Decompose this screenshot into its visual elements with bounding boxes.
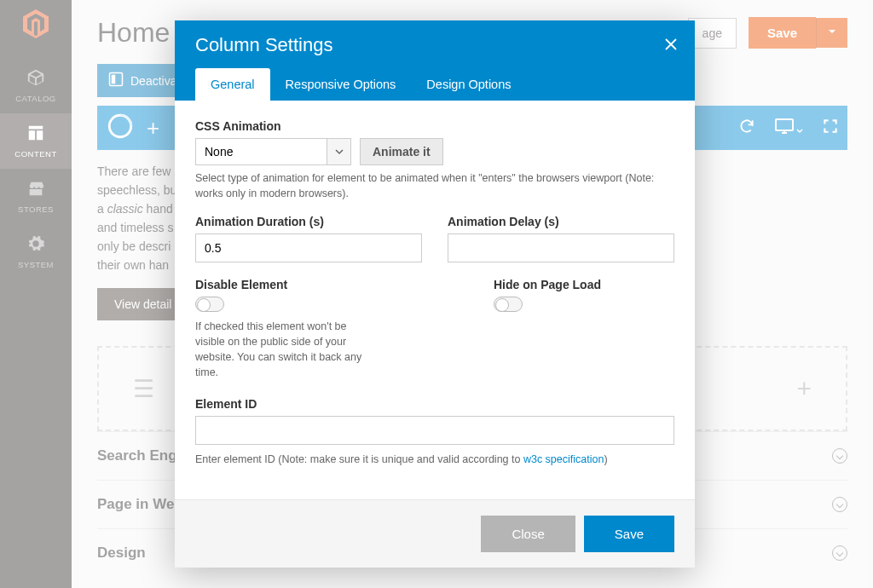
animation-delay-label: Animation Delay (s) <box>448 215 674 228</box>
element-id-input[interactable] <box>195 416 674 445</box>
disable-element-label: Disable Element <box>195 278 376 291</box>
animation-duration-input[interactable] <box>195 233 422 262</box>
modal-close-button[interactable]: Close <box>481 516 575 552</box>
chevron-down-icon[interactable] <box>327 138 351 165</box>
element-id-help: Enter element ID (Note: make sure it is … <box>195 452 674 467</box>
modal-save-button[interactable]: Save <box>584 516 674 552</box>
disable-element-help: If checked this element won't be visible… <box>195 319 376 380</box>
css-animation-help: Select type of animation for element to … <box>195 170 674 201</box>
animate-it-button[interactable]: Animate it <box>360 138 443 165</box>
css-animation-label: CSS Animation <box>195 119 674 133</box>
css-animation-select[interactable]: None <box>195 138 327 165</box>
tab-design[interactable]: Design Options <box>411 68 526 101</box>
tab-responsive[interactable]: Responsive Options <box>270 68 412 101</box>
element-id-label: Element ID <box>195 397 674 411</box>
close-icon[interactable] <box>662 36 679 56</box>
hide-on-load-label: Hide on Page Load <box>494 278 674 291</box>
animation-duration-label: Animation Duration (s) <box>195 215 422 228</box>
column-settings-modal: Column Settings General Responsive Optio… <box>175 20 695 568</box>
animation-delay-input[interactable] <box>448 233 674 262</box>
hide-on-load-toggle[interactable] <box>494 297 523 312</box>
disable-element-toggle[interactable] <box>195 297 224 312</box>
tab-general[interactable]: General <box>195 68 270 101</box>
w3c-spec-link[interactable]: w3c specification <box>523 453 604 465</box>
modal-title: Column Settings <box>195 34 674 56</box>
